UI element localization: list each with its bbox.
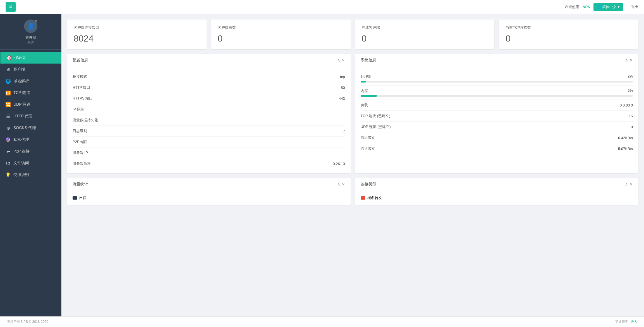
stat-card: 客户端连接端口 8024 <box>67 20 207 49</box>
sys-plain-label: 流出带宽 <box>361 135 375 140</box>
stat-card: 当前TCP连接数 0 <box>499 20 638 49</box>
sys-plain-value: 0 0.03 0 <box>620 103 633 107</box>
traffic-actions: ∧ ✕ <box>337 182 345 186</box>
config-actions: ∧ ✕ <box>337 58 345 62</box>
config-key: HTTP 端口 <box>73 85 90 90</box>
stat-label: 客户端连接端口 <box>74 25 200 30</box>
traffic-collapse-button[interactable]: ∧ <box>337 182 340 186</box>
sidebar: 👤 ⚙ 管理员 系统 🎯 仪表盘🖥 客户端🌐 域名解析🔁 TCP 隧道🔀 UDP… <box>0 14 61 316</box>
sys-plain-label: TCP 连接 (已建立) <box>361 113 391 118</box>
config-close-button[interactable]: ✕ <box>342 58 345 62</box>
sidebar-item-label: SOCKS 代理 <box>13 125 36 130</box>
sidebar-item-dns[interactable]: 🌐 域名解析 <box>0 75 61 87</box>
header-right: 欢迎使用 NPS 🌐 简体中文 ▾ → 退出 <box>565 3 638 11</box>
legend-label: 域名转发 <box>367 195 382 200</box>
gear-icon: ⚙ <box>34 20 37 23</box>
legend-label: 出口 <box>79 195 87 200</box>
sidebar-item-label: HTTP 代理 <box>13 114 32 119</box>
system-info-row: 负载 0 0.03 0 <box>361 100 633 111</box>
connection-actions: ∧ ✕ <box>625 182 633 186</box>
progress-fill <box>361 81 366 83</box>
help-icon: 💡 <box>6 172 11 177</box>
sidebar-item-label: 域名解析 <box>13 79 29 84</box>
sidebar-item-http[interactable]: ☰ HTTP 代理 <box>0 110 61 122</box>
system-progress-row: 处理器 2% <box>361 71 633 86</box>
progress-fill <box>361 95 377 97</box>
config-key: 服务端版本 <box>73 161 91 166</box>
sidebar-item-private[interactable]: 🔮 私密代理 <box>0 134 61 146</box>
traffic-title: 流量统计 <box>73 182 88 187</box>
system-card-header: 系统信息 ∧ ✕ <box>355 54 639 67</box>
traffic-card: 流量统计 ∧ ✕ 出口 <box>67 178 351 205</box>
system-body: 处理器 2% 内存 6% 负载 0 0.03 0TCP 连接 (已建立) 15U… <box>355 67 639 158</box>
config-value: tcp <box>340 75 345 79</box>
sidebar-item-help[interactable]: 💡 使用说明 <box>0 169 61 181</box>
system-collapse-button[interactable]: ∧ <box>625 58 628 62</box>
config-row: HTTP 端口 80 <box>73 82 345 93</box>
sys-plain-value: 15 <box>629 114 633 118</box>
stat-label: 客户端总数 <box>218 25 344 30</box>
config-row: 日志级别 7 <box>73 126 345 137</box>
menu-toggle-button[interactable]: ≡ <box>6 2 16 12</box>
help-link[interactable]: 进入 <box>631 320 637 324</box>
sidebar-item-label: P2P 连接 <box>13 149 30 154</box>
config-value: 0.26.10 <box>333 162 345 166</box>
sidebar-item-udp[interactable]: 🔀 UDP 隧道 <box>0 99 61 110</box>
sidebar-item-client[interactable]: 🖥 客户端 <box>0 64 61 75</box>
sidebar-item-tcp[interactable]: 🔁 TCP 隧道 <box>0 87 61 99</box>
system-close-button[interactable]: ✕ <box>629 58 633 62</box>
sidebar-item-label: 文件访问 <box>13 161 29 166</box>
language-button[interactable]: 🌐 简体中文 ▾ <box>593 3 623 11</box>
system-progress-row: 内存 6% <box>361 86 633 100</box>
sidebar-item-file[interactable]: 🗂 文件访问 <box>0 157 61 169</box>
system-actions: ∧ ✕ <box>625 58 633 62</box>
config-value: 7 <box>343 129 345 133</box>
connection-body: 域名转发 <box>355 191 639 205</box>
sidebar-nav: 🎯 仪表盘🖥 客户端🌐 域名解析🔁 TCP 隧道🔀 UDP 隧道☰ HTTP 代… <box>0 50 61 316</box>
sidebar-item-label: 使用说明 <box>13 172 29 177</box>
traffic-body: 出口 <box>67 191 351 205</box>
config-row: 服务端 IP <box>73 147 345 158</box>
stat-value: 0 <box>218 33 344 44</box>
file-icon: 🗂 <box>6 161 11 166</box>
avatar: 👤 ⚙ <box>24 20 37 33</box>
logout-button[interactable]: → 退出 <box>626 4 638 9</box>
config-key: 流量数据持久化 <box>73 118 98 123</box>
system-info-row: TCP 连接 (已建立) 15 <box>361 111 633 122</box>
legend-dot <box>73 196 77 200</box>
sys-plain-label: UDP 连接 (已建立) <box>361 124 391 129</box>
user-icon: 👤 <box>27 23 35 30</box>
connection-card-header: 连接类型 ∧ ✕ <box>355 178 639 191</box>
connection-collapse-button[interactable]: ∧ <box>625 182 628 186</box>
sys-pct: 2% <box>628 74 633 79</box>
logout-icon: → <box>626 5 630 9</box>
traffic-close-button[interactable]: ✕ <box>342 182 345 186</box>
legend-dot <box>361 196 365 200</box>
config-title: 配置信息 <box>73 58 88 63</box>
sidebar-item-dashboard[interactable]: 🎯 仪表盘 <box>0 52 61 64</box>
sidebar-item-socks[interactable]: ⊕ SOCKS 代理 <box>0 122 61 134</box>
stat-label: 在线客户端 <box>362 25 488 30</box>
socks-icon: ⊕ <box>6 125 11 130</box>
dns-icon: 🌐 <box>6 79 11 84</box>
system-info-row: 流入带宽 5.07KB/s <box>361 143 633 154</box>
footer-right: 更多说明 进入 <box>615 319 637 324</box>
sidebar-item-p2p[interactable]: ⇌ P2P 连接 <box>0 146 61 157</box>
connection-close-button[interactable]: ✕ <box>629 182 633 186</box>
system-info-row: 流出带宽 0.42KB/s <box>361 132 633 143</box>
stat-card: 在线客户端 0 <box>355 20 495 49</box>
connection-card: 连接类型 ∧ ✕ 域名转发 <box>355 178 639 205</box>
sidebar-item-label: UDP 隧道 <box>13 102 30 107</box>
http-icon: ☰ <box>6 114 11 119</box>
stat-value: 0 <box>506 33 632 44</box>
help-text: 更多说明 <box>615 320 629 324</box>
sys-label: 内存 <box>361 88 368 93</box>
progress-bar <box>361 81 633 83</box>
config-collapse-button[interactable]: ∧ <box>337 58 340 62</box>
sidebar-item-label: 仪表盘 <box>14 55 26 60</box>
config-key: IP 限制 <box>73 107 84 112</box>
udp-icon: 🔀 <box>6 102 11 107</box>
body: 👤 ⚙ 管理员 系统 🎯 仪表盘🖥 客户端🌐 域名解析🔁 TCP 隧道🔀 UDP… <box>0 14 644 316</box>
user-name: 管理员 <box>25 35 36 40</box>
sidebar-item-label: 客户端 <box>13 67 25 72</box>
